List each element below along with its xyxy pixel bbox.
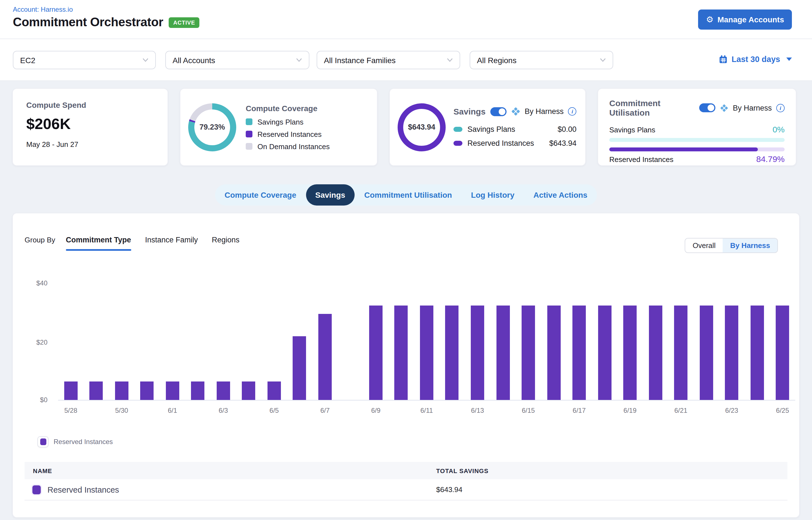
bar-6/21[interactable] — [674, 305, 687, 400]
bar-6/10[interactable] — [395, 305, 408, 400]
bar-6/1[interactable] — [166, 382, 179, 400]
bar-6/23[interactable] — [725, 305, 738, 400]
utilisation-row-value: 0% — [772, 125, 785, 134]
info-icon[interactable]: i — [568, 107, 577, 115]
bar-6/4[interactable] — [242, 382, 256, 400]
bar-6/7[interactable] — [318, 314, 332, 400]
x-axis-label — [388, 407, 414, 414]
bar-slot — [134, 382, 160, 400]
bar-slot — [770, 305, 795, 400]
x-axis-label — [236, 407, 261, 414]
x-axis-label — [338, 407, 363, 414]
x-axis-label: 5/28 — [58, 407, 83, 414]
regions-dropdown[interactable]: All Regions — [470, 51, 613, 69]
group-by-row: Group By Commitment Type Instance Family… — [25, 236, 254, 244]
harness-logo-icon — [720, 103, 729, 112]
legend-checkbox — [37, 436, 49, 447]
tab-log-history[interactable]: Log History — [462, 184, 524, 206]
bar-5/31[interactable] — [140, 382, 154, 400]
instance-families-dropdown[interactable]: All Instance Families — [317, 51, 460, 69]
bar-6/13[interactable] — [471, 305, 484, 400]
x-axis-label — [643, 407, 668, 414]
account-breadcrumb-link[interactable]: Account: Harness.io — [13, 6, 73, 14]
bar-slot — [211, 382, 236, 400]
info-icon[interactable]: i — [776, 104, 785, 112]
title-row: Commitment Orchestrator ACTIVE — [13, 15, 200, 30]
group-by-label: Group By — [25, 236, 55, 244]
bar-6/5[interactable] — [267, 382, 281, 400]
legend-swatch — [246, 119, 253, 125]
bar-6/24[interactable] — [750, 305, 764, 400]
segment-overall[interactable]: Overall — [685, 238, 723, 253]
bar-slot — [83, 382, 109, 400]
column-header-name: NAME — [25, 467, 52, 474]
chevron-down-icon — [296, 58, 302, 62]
bar-6/17[interactable] — [572, 305, 586, 400]
legend-label: Reserved Instances — [258, 130, 322, 138]
bar-slot — [261, 382, 287, 400]
bar-slot — [618, 305, 643, 400]
service-dropdown[interactable]: EC2 — [13, 51, 156, 69]
harness-logo-icon — [511, 107, 520, 116]
tab-active-actions[interactable]: Active Actions — [524, 184, 597, 206]
bar-slot — [185, 382, 211, 400]
coverage-percent-label: 79.23% — [188, 103, 236, 151]
bar-6/25[interactable] — [776, 305, 789, 400]
x-axis-label — [185, 407, 211, 414]
bar-6/20[interactable] — [649, 305, 662, 400]
caret-down-icon — [786, 57, 792, 61]
by-harness-toggle[interactable] — [490, 107, 506, 116]
x-axis-label — [744, 407, 770, 414]
bar-5/29[interactable] — [89, 382, 103, 400]
bar-6/14[interactable] — [496, 305, 509, 400]
x-axis-label: 6/19 — [618, 407, 643, 414]
bar-6/9[interactable] — [369, 305, 383, 400]
bar-slot — [58, 382, 83, 400]
bar-slot — [160, 382, 185, 400]
chart-legend-item[interactable]: Reserved Instances — [37, 436, 113, 447]
bar-6/18[interactable] — [598, 305, 611, 400]
tab-compute-coverage[interactable]: Compute Coverage — [215, 184, 306, 206]
x-axis-label: 6/5 — [261, 407, 287, 414]
bar-6/2[interactable] — [191, 382, 205, 400]
tab-commitment-utilisation[interactable]: Commitment Utilisation — [355, 184, 461, 206]
savings-donut-chart: $643.94 — [398, 103, 446, 151]
bar-chart-xlabels: 5/285/306/16/36/56/76/96/116/136/156/176… — [58, 407, 795, 414]
bar-5/28[interactable] — [64, 382, 78, 400]
bar-5/30[interactable] — [115, 382, 128, 400]
bar-6/22[interactable] — [700, 305, 713, 400]
bar-6/11[interactable] — [420, 305, 434, 400]
bar-6/16[interactable] — [547, 305, 560, 400]
page-title: Commitment Orchestrator — [13, 15, 163, 30]
bar-slot — [236, 382, 261, 400]
accounts-dropdown[interactable]: All Accounts — [165, 51, 309, 69]
legend-swatch — [246, 143, 253, 150]
savings-panel: Group By Commitment Type Instance Family… — [12, 213, 800, 518]
compute-spend-value: $206K — [26, 115, 154, 133]
legend-label: On Demand Instances — [258, 142, 330, 151]
group-by-instance-family[interactable]: Instance Family — [145, 236, 198, 244]
utilisation-row: Reserved Instances 84.79% — [609, 154, 785, 164]
row-total-savings-cell: $643.94 — [436, 485, 463, 494]
tab-savings[interactable]: Savings — [306, 184, 355, 206]
by-harness-label: By Harness — [525, 107, 564, 115]
tab-bar-wrapper: Compute Coverage Savings Commitment Util… — [0, 184, 812, 206]
bar-6/3[interactable] — [217, 382, 230, 400]
segment-by-harness[interactable]: By Harness — [723, 238, 777, 253]
savings-row-value: $0.00 — [558, 125, 577, 133]
legend-label: Reserved Instances — [54, 438, 113, 446]
x-axis-label — [592, 407, 618, 414]
group-by-commitment-type[interactable]: Commitment Type — [66, 236, 131, 244]
bar-6/6[interactable] — [293, 336, 306, 400]
bar-6/19[interactable] — [623, 305, 637, 400]
manage-accounts-button[interactable]: ⚙ Manage Accounts — [698, 9, 792, 30]
regions-dropdown-value: All Regions — [477, 56, 517, 64]
by-harness-toggle[interactable] — [699, 103, 715, 112]
bar-6/12[interactable] — [445, 305, 459, 400]
bar-slot — [567, 305, 592, 400]
bar-6/15[interactable] — [522, 305, 535, 400]
date-range-selector[interactable]: Last 30 days — [719, 55, 792, 64]
group-by-regions[interactable]: Regions — [212, 236, 239, 244]
x-axis-label: 6/11 — [414, 407, 439, 414]
x-axis-label: 6/13 — [465, 407, 490, 414]
